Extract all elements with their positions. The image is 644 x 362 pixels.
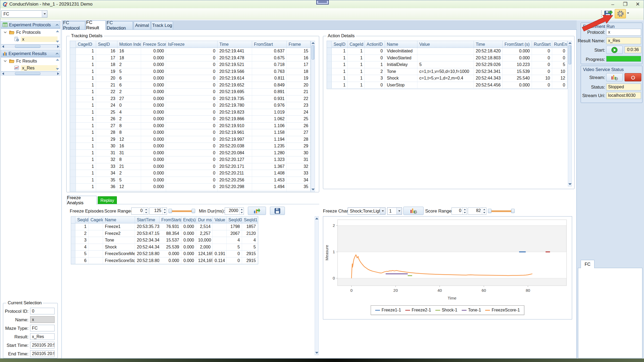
tree-node-fc-protocols[interactable]: Fc Protocols — [1, 29, 60, 36]
score-max-value[interactable]: 125 — [150, 208, 162, 214]
table-row[interactable]: 3Tone20:52:34.34115.5370.00010,00044 — [71, 237, 258, 244]
tree-node-result-xres[interactable]: x_Res — [1, 64, 60, 71]
table-row[interactable]: 12540.000020:52:19.8231.01924 — [70, 109, 310, 116]
spinner-arrows[interactable] — [462, 208, 467, 214]
scrollbar-thumb[interactable] — [311, 45, 314, 60]
tab-fc-detection[interactable]: FC Detection — [106, 21, 133, 30]
stream-uri-field[interactable]: localhost:8030 — [606, 92, 641, 99]
table-row[interactable]: 129120.000020:52:19.9971.19428 — [70, 136, 310, 143]
slider-handle-max[interactable] — [192, 209, 195, 213]
collapse-chevron-icon[interactable] — [56, 24, 59, 26]
column-header[interactable]: CageId — [89, 217, 103, 223]
column-header[interactable]: CageID — [76, 41, 96, 48]
column-header[interactable]: IsFreeze — [166, 41, 218, 48]
chart-cage-combobox[interactable]: 1 — [387, 207, 402, 215]
scroll-right-icon[interactable] — [57, 72, 59, 75]
table-row[interactable]: 12060.000020:52:19.6140.81119 — [70, 75, 310, 82]
expander-chevron-icon[interactable] — [4, 31, 7, 33]
column-header[interactable]: ActionID — [365, 41, 385, 48]
scrollbar-thumb[interactable] — [568, 45, 571, 64]
table-row[interactable]: 2Freeze220:53:47.15788.3540.0002,2572067… — [71, 230, 258, 237]
spinner-arrows[interactable] — [144, 208, 148, 214]
table-row[interactable]: 13550.000020:52:20.2561.45334 — [70, 177, 310, 184]
scroll-left-icon[interactable] — [2, 45, 4, 48]
table-row[interactable]: 133210.000020:52:20.1711.36732 — [70, 163, 310, 170]
table-row[interactable]: 113Shockc=1,t=5,v=1,d=2,m=0.420:52:44.34… — [327, 75, 567, 82]
table-row[interactable]: 12620.000020:52:19.8661.06225 — [70, 116, 310, 123]
table-row[interactable]: 12160.000020:52:19.6520.84920 — [70, 82, 310, 89]
combobox-dropdown-icon[interactable] — [42, 11, 47, 17]
table-row[interactable]: 111InitialDelay520:52:29.02610.22305 — [327, 61, 567, 68]
chart-score-min-spinner[interactable]: 0 — [452, 207, 467, 215]
scroll-up-icon[interactable] — [315, 218, 318, 219]
expander-chevron-icon[interactable] — [4, 60, 7, 62]
power-button[interactable] — [625, 73, 641, 81]
column-header[interactable]: Name — [385, 41, 417, 48]
scroll-right-icon[interactable] — [57, 45, 59, 48]
score-range-slider[interactable] — [169, 209, 195, 213]
min-dur-spinner[interactable]: 2000 — [225, 207, 244, 215]
table-row[interactable]: 13420.000020:52:20.2111.40833 — [70, 170, 310, 177]
table-row[interactable]: 4Shock20:52:44.34325.5390.0002,00055 — [71, 244, 258, 251]
tab-replay[interactable]: Replay — [98, 196, 117, 204]
protocol-id-field[interactable]: 0 — [30, 308, 55, 314]
end-time-field[interactable]: 250105 20:5: — [30, 350, 55, 357]
table-row[interactable]: 11820.000020:52:19.5210.71817 — [70, 61, 310, 68]
freeze-area-scrollbar[interactable] — [315, 216, 319, 355]
column-header[interactable]: FromStart(s) — [159, 217, 181, 223]
column-header[interactable]: Name — [103, 217, 135, 223]
maximize-button[interactable]: ❐ — [619, 0, 631, 8]
column-header[interactable]: Time — [218, 41, 252, 48]
spinner-arrows[interactable] — [239, 208, 244, 214]
sidebar-panel-experiment-protocols-header[interactable]: Experiment Protocols — [1, 21, 60, 28]
action-table-scrollbar[interactable] — [568, 41, 572, 186]
start-time-field[interactable]: 250105 20:5: — [30, 342, 55, 348]
table-row[interactable]: 130160.000020:52:20.0381.23529 — [70, 143, 310, 150]
chart-score-range-slider[interactable] — [488, 209, 515, 213]
table-row[interactable]: 13790.000020:52:20.3411.53836 — [70, 190, 310, 192]
table-row[interactable]: 1Freeze120:53:35.73476.9310.0002,5141798… — [71, 223, 258, 230]
column-header[interactable]: Time — [474, 41, 503, 48]
tab-fc-right[interactable]: FC — [581, 260, 594, 268]
column-header[interactable]: RunEnd — [552, 41, 567, 48]
scroll-down-icon[interactable] — [315, 352, 318, 354]
protocol-type-combobox[interactable]: FC — [1, 10, 47, 18]
result-name-field[interactable]: x_Res — [606, 37, 641, 44]
column-header[interactable]: FromStart (s) — [503, 41, 532, 48]
min-dur-value[interactable]: 2000 — [225, 208, 239, 214]
hscroll-thumb[interactable] — [15, 72, 40, 75]
chart-settings-button[interactable] — [403, 207, 424, 215]
column-header[interactable]: FromStart — [252, 41, 287, 48]
table-row[interactable]: 12880.000020:52:19.9611.15827 — [70, 129, 310, 136]
results-hscrollbar[interactable] — [1, 72, 60, 76]
column-header[interactable]: SeqId1 — [242, 217, 258, 223]
spinner-arrows[interactable] — [482, 208, 486, 214]
scroll-up-icon[interactable] — [568, 42, 572, 44]
sidebar-panel-experiment-results-header[interactable]: Experiment Results — [1, 50, 60, 57]
hidden-taskbar-widget[interactable] — [316, 0, 329, 5]
hscroll-thumb[interactable] — [15, 45, 40, 48]
scroll-left-icon[interactable] — [2, 72, 4, 75]
score-min-value[interactable]: 0 — [132, 208, 144, 214]
tree-scroll-down-icon[interactable] — [56, 68, 59, 70]
score-min-spinner[interactable]: 0 — [131, 207, 148, 215]
tab-track-log[interactable]: Track Log — [151, 21, 173, 30]
scroll-up-icon[interactable] — [311, 42, 315, 44]
column-header[interactable]: SeqID — [96, 41, 117, 48]
tab-freeze-analysis[interactable]: Freeze Analysis — [67, 196, 97, 204]
table-row[interactable]: 12780.000020:52:19.9101.10626 — [70, 123, 310, 130]
table-row[interactable]: 5FreezeScoreMean20:52:18.8040.0000.00012… — [71, 251, 258, 257]
maze-type-field[interactable]: FC — [30, 325, 55, 331]
table-row[interactable]: 110VideoStarted20:52:18.8030.00000 — [327, 55, 567, 62]
tree-scroll-up-icon[interactable] — [56, 59, 59, 61]
chart-filter-combobox[interactable]: Shock;Tone;Ligh... — [348, 207, 385, 215]
column-header[interactable]: CageId — [348, 41, 365, 48]
table-row[interactable]: 11950.000020:52:19.5660.76318 — [70, 68, 310, 75]
table-row[interactable]: 112Tonec=1,t=1,v=50,d=10,f=100020:52:34.… — [327, 68, 567, 75]
close-button[interactable]: ✕ — [632, 0, 644, 8]
score-max-spinner[interactable]: 125 — [149, 207, 167, 215]
column-header[interactable]: Value — [213, 217, 227, 223]
table-row[interactable]: 123270.000020:52:19.7350.93122 — [70, 95, 310, 102]
column-header[interactable]: Freeze Score — [141, 41, 166, 48]
tab-fc-result[interactable]: FC Result — [86, 20, 106, 30]
